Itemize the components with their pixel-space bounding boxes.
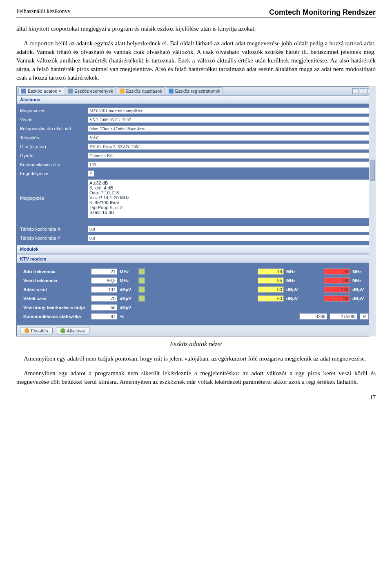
- section-general[interactable]: Általános ⌃: [17, 96, 375, 104]
- field-adasi-hi[interactable]: 110: [324, 286, 350, 293]
- section-modulok[interactable]: Modulok ⌃: [17, 245, 375, 253]
- label-adasi: Adási szint: [23, 287, 89, 292]
- chart-icon[interactable]: [138, 268, 145, 275]
- close-icon[interactable]: ×: [59, 89, 61, 94]
- field-adasi[interactable]: 104: [91, 286, 117, 293]
- page-number: 17: [16, 394, 376, 401]
- field-uptime: 0day 57hour 47min 19sec 4ms: [88, 125, 372, 132]
- label-komm: Kommunikációs cím: [20, 162, 85, 167]
- field-vissz[interactable]: 58: [91, 304, 117, 311]
- field-vevofr-hi[interactable]: 88: [324, 277, 350, 284]
- label-gyarto: Gyártó: [20, 153, 85, 158]
- label-vevofr: Vevő frekvencia: [23, 278, 89, 283]
- field-veteli-hi[interactable]: 80: [324, 295, 350, 302]
- chart-icon: [169, 89, 174, 94]
- paragraph-1: által kinyitott csoportokat megjegyzi a …: [16, 24, 376, 33]
- field-verzio: V5.3 2006.05.03 15:07: [88, 116, 372, 123]
- field-veteli[interactable]: 70: [91, 295, 117, 302]
- chart-icon[interactable]: [138, 295, 145, 302]
- chart-icon[interactable]: [138, 286, 145, 293]
- field-gyarto: Comtech Kft.: [88, 152, 372, 159]
- field-megjegyzes[interactable]: Au:32 dB 3. kim: 4 dB Oda: P:10, E:8 Vis…: [88, 179, 372, 218]
- device-icon: [21, 89, 26, 94]
- tab-device-events[interactable]: Eszköz események: [65, 87, 116, 94]
- label-veteli: Vételi szint: [23, 296, 89, 301]
- label-megjegyzes: Megjegyzés: [20, 196, 85, 200]
- reset-button[interactable]: R: [360, 313, 369, 320]
- field-kommstat-ok: 8286: [299, 313, 327, 320]
- label-uptime: Bekapcsolás óta eltelt idő: [20, 126, 85, 131]
- label-adofr: Adó frekvencia: [23, 269, 89, 274]
- apply-icon: [60, 328, 65, 333]
- label-cim: Cím (út,utca): [20, 144, 85, 149]
- button-bar: Frissítés Alkalmaz: [17, 325, 375, 336]
- tab-device-alerts[interactable]: Eszköz riasztások: [117, 87, 165, 94]
- ktv-form: Adó frekvencia21MHz19MHz25MHz Vevő frekv…: [17, 263, 375, 325]
- app-window: Eszköz adatok × Eszköz események Eszköz …: [16, 86, 376, 336]
- checkbox-engedelyezve[interactable]: ✓: [88, 170, 94, 177]
- section-ktv[interactable]: KTV modem ⌃: [17, 255, 375, 263]
- field-koordx[interactable]: 0.0: [88, 226, 372, 232]
- label-verzio: Verzió: [20, 117, 85, 122]
- paragraph-2: A csoporton belül az adatok egymás alatt…: [16, 39, 376, 82]
- field-kommstat[interactable]: 97: [91, 313, 117, 320]
- scrollbar[interactable]: [369, 86, 376, 336]
- tab-device-regs[interactable]: Eszköz regisztrátumok: [166, 87, 223, 94]
- maximize-icon[interactable]: ▫: [360, 88, 366, 94]
- label-kommstat: Kommunikációs statisztika: [23, 314, 89, 319]
- label-koordx: Térkép koordináta X: [20, 227, 85, 232]
- field-adofr-hi[interactable]: 25: [324, 268, 350, 275]
- label-telepules: Település: [20, 135, 85, 140]
- field-adasi-lo[interactable]: 80: [258, 286, 284, 293]
- chart-icon[interactable]: [138, 277, 145, 284]
- field-komm[interactable]: 103: [88, 161, 372, 168]
- refresh-button[interactable]: Frissítés: [20, 327, 53, 334]
- label-koordy: Térkép koordináta Y: [20, 236, 85, 241]
- tab-device-data[interactable]: Eszköz adatok ×: [18, 87, 64, 94]
- field-veteli-lo[interactable]: 60: [258, 295, 284, 302]
- field-vevofr-lo[interactable]: 85: [258, 277, 284, 284]
- paragraph-3: Amennyiben egy adatról nem tudjuk pontos…: [16, 354, 376, 363]
- general-form: MegnevezésMT832RLine trunk amplifier Ver…: [17, 104, 375, 245]
- field-adofr[interactable]: 21: [91, 268, 117, 275]
- refresh-icon: [24, 328, 29, 333]
- field-koordy[interactable]: 0.0: [88, 235, 372, 241]
- label-engedelyezve: Engedélyezve: [20, 171, 85, 176]
- tab-bar: Eszköz adatok × Eszköz események Eszköz …: [17, 87, 375, 96]
- events-icon: [68, 89, 73, 94]
- scrollbar-thumb[interactable]: [370, 160, 375, 181]
- label-vissz: Visszirány beérkezési szintje: [23, 305, 89, 310]
- figure-caption: Eszköz adatok nézet: [16, 341, 376, 348]
- header-left: Felhasználói kézikönyv: [16, 8, 71, 17]
- apply-button[interactable]: Alkalmaz: [56, 327, 90, 334]
- header-right: Comtech Monitoring Rendszer: [269, 8, 376, 17]
- field-vevofr[interactable]: 86,9: [91, 277, 117, 284]
- field-megnevezes: MT832RLine trunk amplifier: [88, 107, 372, 114]
- paragraph-4: Amennyiben egy adatot a programnak nem s…: [16, 369, 376, 386]
- label-megnevezes: Megnevezés: [20, 108, 85, 113]
- field-telepules[interactable]: VÁC: [88, 134, 372, 141]
- field-kommstat-err: 275285: [330, 313, 357, 320]
- field-cim[interactable]: BV.10. Papp 2. SZAB. 20M.: [88, 143, 372, 150]
- minimize-icon[interactable]: _: [352, 88, 359, 94]
- field-adofr-lo[interactable]: 19: [258, 268, 284, 275]
- warn-icon: [120, 89, 125, 94]
